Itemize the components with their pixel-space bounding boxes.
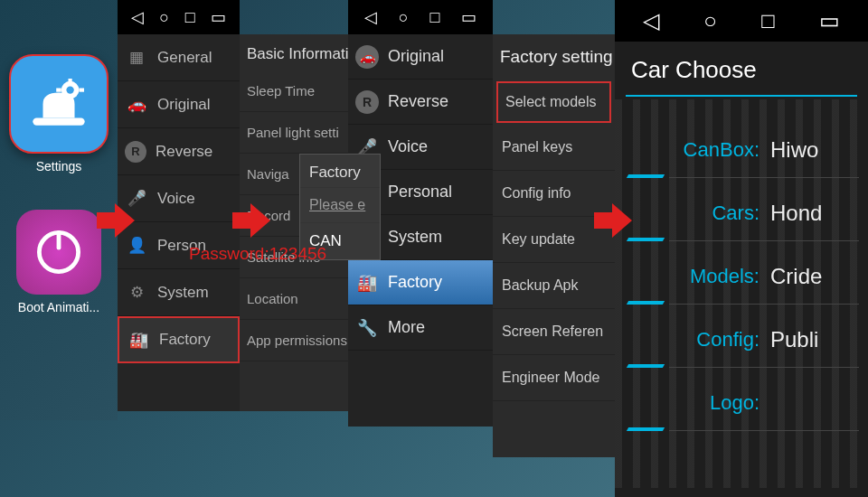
title-underline: [626, 95, 857, 97]
row-sleep-time[interactable]: Sleep Time: [240, 70, 348, 112]
row-app-permissions[interactable]: App permissions: [240, 320, 348, 361]
sidebar-item-label: Voice: [388, 137, 428, 156]
option-cars[interactable]: Cars:Hond: [615, 182, 868, 245]
app-boot-label: Boot Animati...: [9, 300, 108, 314]
option-value: Hiwo: [770, 137, 818, 163]
option-key: Models:: [633, 265, 760, 288]
sidebar-item-general[interactable]: ▦General: [118, 34, 240, 81]
gear-icon: ⚙: [125, 281, 148, 305]
option-models[interactable]: Models:Cride: [615, 245, 868, 308]
sidebar-item-factory[interactable]: 🏭Factory: [118, 316, 240, 363]
password-hint-label: Password:123456: [189, 244, 326, 264]
sidebar-item-label: Original: [388, 47, 444, 66]
back-icon[interactable]: ◁: [643, 8, 659, 33]
android-navbar: ◁ ○ □ ▭: [118, 0, 240, 34]
back-icon[interactable]: ◁: [364, 7, 377, 27]
car-icon: 🚗: [125, 93, 148, 117]
sidebar-item-label: General: [157, 49, 212, 67]
sidebar-item-more[interactable]: 🔧More: [348, 305, 493, 351]
option-key: Logo:: [633, 391, 760, 415]
row-engineer-mode[interactable]: Engineer Mode: [493, 355, 615, 401]
screenshot-icon[interactable]: ▭: [819, 8, 840, 33]
svg-rect-3: [69, 97, 72, 102]
sidebar-item-label: Factory: [388, 273, 442, 292]
sidebar-item-label: Original: [157, 96, 211, 114]
wrench-icon: 🔧: [355, 316, 379, 340]
sidebar-item-system[interactable]: ⚙System: [118, 269, 240, 316]
reverse-icon: R: [125, 141, 146, 163]
option-value: Cride: [770, 264, 822, 289]
svg-point-1: [66, 86, 73, 93]
recent-icon[interactable]: □: [185, 8, 195, 27]
row-config-info[interactable]: Config info: [493, 171, 615, 217]
sidebar-item-voice[interactable]: 🎤Voice: [118, 175, 240, 222]
row-select-models[interactable]: Select models: [496, 81, 611, 123]
option-key: Config:: [633, 328, 760, 352]
home-icon[interactable]: ○: [399, 8, 409, 27]
grid-icon: ▦: [125, 46, 148, 70]
sidebar-item-reverse[interactable]: RReverse: [348, 80, 493, 125]
option-key: CanBox:: [633, 138, 760, 162]
svg-rect-4: [79, 89, 84, 92]
panel-title: Factory setting: [493, 34, 615, 80]
option-key: Cars:: [633, 202, 760, 225]
panel-title: Basic Informatio: [240, 34, 348, 70]
sidebar-item-label: System: [157, 284, 209, 302]
sidebar-item-label: System: [388, 228, 442, 247]
sidebar-item-label: More: [388, 318, 425, 337]
app-settings-label: Settings: [9, 159, 108, 173]
factory-icon: 🏭: [127, 328, 150, 352]
sidebar-item-reverse[interactable]: RReverse: [118, 128, 240, 175]
option-canbox[interactable]: CanBox:Hiwo: [615, 118, 868, 182]
android-navbar: ◁ ○ □ ▭: [348, 0, 493, 34]
svg-rect-2: [69, 79, 72, 84]
app-settings[interactable]: Settings: [9, 54, 108, 173]
dialog-title: Factory: [300, 155, 380, 187]
sidebar-item-factory[interactable]: 🏭Factory: [348, 260, 493, 305]
option-config[interactable]: Config:Publi: [615, 308, 868, 371]
car-choose-panel: ◁ ○ □ ▭ Car Choose CanBox:Hiwo Cars:Hond…: [615, 0, 868, 497]
app-boot-animation[interactable]: Boot Animati...: [9, 210, 108, 314]
page-title: Car Choose: [615, 42, 868, 95]
android-navbar: ◁ ○ □ ▭: [615, 0, 868, 42]
sidebar-item-label: Personal: [388, 183, 452, 202]
row-panel-keys[interactable]: Panel keys: [493, 125, 615, 171]
row-panel-light[interactable]: Panel light setti: [240, 112, 348, 154]
home-icon[interactable]: ○: [703, 8, 717, 33]
sidebar-item-original[interactable]: 🚗Original: [348, 34, 493, 80]
row-location[interactable]: Location: [240, 278, 348, 320]
recent-icon[interactable]: □: [761, 8, 775, 33]
option-logo[interactable]: Logo:: [615, 371, 868, 435]
row-backup-apk[interactable]: Backup Apk: [493, 263, 615, 309]
sidebar-item-original[interactable]: 🚗Original: [118, 81, 240, 128]
car-icon: 🚗: [355, 45, 379, 69]
factory-setting-panel: Factory setting Select models Panel keys…: [493, 34, 615, 457]
sidebar-item-label: Factory: [159, 331, 211, 349]
factory-icon: 🏭: [355, 271, 379, 295]
recent-icon[interactable]: □: [429, 8, 439, 27]
home-apps-panel: Settings Boot Animati...: [0, 0, 118, 420]
sidebar-item-label: Voice: [157, 190, 195, 208]
screenshot-icon[interactable]: ▭: [211, 7, 226, 27]
option-value: Hond: [770, 201, 822, 226]
reverse-icon: R: [355, 90, 379, 114]
home-icon[interactable]: ○: [159, 8, 169, 27]
sidebar-item-label: Reverse: [388, 92, 448, 111]
screenshot-icon[interactable]: ▭: [461, 7, 476, 27]
option-value: Publi: [770, 327, 818, 352]
back-icon[interactable]: ◁: [131, 7, 144, 27]
row-screen-reference[interactable]: Screen Referen: [493, 309, 615, 355]
settings-sidebar-1: ◁ ○ □ ▭ ▦General 🚗Original RReverse 🎤Voi…: [118, 0, 240, 411]
power-icon: [16, 210, 101, 295]
password-input[interactable]: Please e: [300, 187, 380, 223]
svg-rect-5: [56, 89, 61, 92]
settings-icon: [9, 54, 108, 154]
sidebar-item-label: Reverse: [156, 143, 212, 161]
